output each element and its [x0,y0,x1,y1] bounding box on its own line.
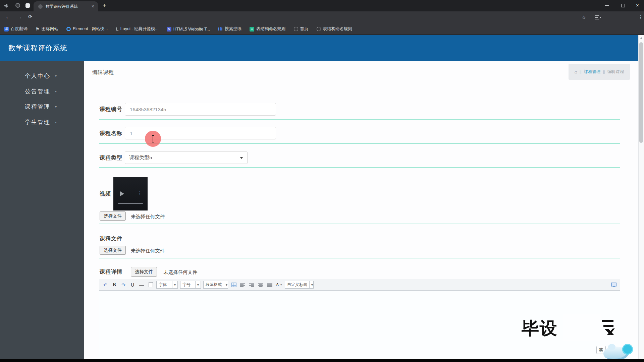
page-title: 编辑课程 [92,69,114,76]
app-title: 数学课程评价系统 [8,35,67,61]
align-left-icon[interactable] [239,281,246,289]
pinned-tab-icon[interactable] [25,3,30,8]
breadcrumb-link-course-mgmt[interactable]: 课程管理 [584,69,601,75]
window-restore-button[interactable] [621,4,625,7]
ime-widget[interactable]: 英 [589,341,636,359]
font-size-dropdown[interactable]: 字号▼ [180,281,201,289]
chevron-down-icon: ▾ [55,105,57,109]
video-player[interactable]: ⋮ [113,177,148,210]
scrollbar-thumb[interactable] [639,42,643,143]
app-header: 数学课程评价系统 [0,35,644,61]
chevron-down-icon: ▼ [172,281,177,288]
sidebar: 个人中心▾ 公告管理▾ 课程管理▾ 学生管理▾ [0,61,84,359]
course-file-status: 未选择任何文件 [131,248,165,254]
new-page-icon[interactable] [147,281,154,289]
wallpaper-icon [218,27,223,31]
video-progress-bar[interactable] [118,203,143,204]
tab-close-icon[interactable]: × [92,4,94,9]
video-choose-file-button[interactable]: 选择文件 [100,212,126,221]
mascot-ear [608,344,615,350]
row-separator [99,143,620,144]
breadcrumb-current: 编辑课程 [607,69,624,75]
breadcrumb-separator: || [580,70,582,74]
chevron-down-icon [240,157,243,159]
course-code-label: 课程编号 [100,106,122,113]
window-minimize-button[interactable] [605,5,609,6]
bookmark-wallpaper[interactable]: 搜索壁纸 [218,26,241,32]
media-controls-icon[interactable] [595,15,601,20]
course-type-label: 课程类型 [100,155,122,162]
browser-tab-active[interactable]: 数学课程评价系统 × [34,1,98,11]
sidebar-item-personal-center[interactable]: 个人中心▾ [25,68,57,83]
sidebar-item-announcement-mgmt[interactable]: 公告管理▾ [25,83,57,99]
sidebar-item-course-mgmt[interactable]: 课程管理▾ [25,99,57,114]
address-bar: ← → ⟳ ⓘ localhost:8080/kechengpingjia/js… [0,11,644,23]
insert-table-icon[interactable] [230,281,237,289]
html5-icon: 5 [167,27,171,32]
ime-settings-circle[interactable] [622,344,633,355]
course-type-selected-value: 课程类型5 [129,155,152,161]
breadcrumb: ⌂ || 课程管理 || 编辑课程 [569,64,630,80]
bookmark-table-naming-2[interactable]: 表结构命名规则 [317,26,353,32]
underline-icon[interactable]: U [129,281,136,289]
row-separator [99,224,620,224]
paragraph-format-dropdown[interactable]: 段落格式▼ [203,281,228,289]
pinned-tab-icon[interactable] [15,3,20,8]
window-close-button[interactable]: × [636,2,639,8]
bookmarks-bar: 译百度翻译 ⚑图标网站 Element - 网站快... ⅬLayui - 经典… [0,23,644,35]
course-detail-choose-file-button[interactable]: 选择文件 [131,267,157,277]
bold-icon[interactable]: B [111,281,118,289]
play-icon[interactable] [120,191,124,196]
align-justify-icon[interactable] [267,281,273,289]
globe-icon [294,27,298,31]
course-type-select[interactable]: 课程类型5 [125,152,248,164]
bookmark-star-icon[interactable]: ☆ [582,14,586,20]
custom-title-dropdown[interactable]: 自定义标题▼ [285,281,314,289]
reload-button[interactable]: ⟳ [28,14,33,19]
row-separator [99,167,620,168]
video-label: 视频 [100,190,111,197]
scrollbar-up-arrow[interactable] [640,37,643,39]
align-center-icon[interactable] [258,281,264,289]
bookmark-layui[interactable]: ⅬLayui - 经典开源模... [116,26,159,32]
bookmark-baidu-translate[interactable]: 译百度翻译 [4,26,28,32]
chevron-down-icon: ▼ [195,281,201,288]
row-separator [99,258,620,258]
speaker-icon [4,3,9,8]
watermark-partial-glyph [601,318,615,336]
undo-icon[interactable]: ↶ [102,281,109,289]
row-separator [99,119,620,120]
course-code-input[interactable] [125,103,276,116]
watermark-text: 毕设 [522,317,558,340]
home-icon[interactable]: ⌂ [575,69,577,74]
course-file-choose-file-button[interactable]: 选择文件 [100,246,126,255]
chevron-down-icon: ▾ [55,89,57,93]
font-family-dropdown[interactable]: 字体▼ [156,281,178,289]
new-tab-button[interactable]: + [103,2,106,9]
font-color-icon[interactable]: A▼ [276,281,282,289]
browser-menu-icon[interactable]: ⋮ [638,14,643,20]
course-file-label: 课程文件 [100,235,122,242]
horizontal-rule-icon[interactable]: — [138,281,145,289]
bookmark-html5[interactable]: 5HTML5 Website T... [167,27,210,32]
align-right-icon[interactable] [249,281,255,289]
chevron-down-icon: ▼ [309,281,315,288]
bookmark-icon-site[interactable]: ⚑图标网站 [36,26,58,32]
video-file-status: 未选择任何文件 [131,214,165,220]
breadcrumb-separator: || [603,70,605,74]
course-detail-label: 课程详情 [100,268,122,276]
text-cursor [152,135,154,142]
sidebar-item-student-mgmt[interactable]: 学生管理▾ [25,114,57,130]
back-button[interactable]: ← [5,14,11,20]
tab-title: 数学课程评价系统 [46,4,78,9]
layui-icon: Ⅼ [116,26,118,32]
forward-button[interactable]: → [17,14,22,20]
video-menu-icon[interactable]: ⋮ [138,190,142,196]
bookmark-home[interactable]: 首页 [294,26,309,32]
fullscreen-editor-icon[interactable] [610,281,617,289]
bookmark-table-naming[interactable]: ≡表结构命名规则 [250,26,286,32]
bottom-black-bar [0,359,644,362]
bookmark-element[interactable]: Element - 网站快... [66,26,108,32]
tab-favicon [38,4,43,9]
redo-icon[interactable]: ↷ [120,281,127,289]
